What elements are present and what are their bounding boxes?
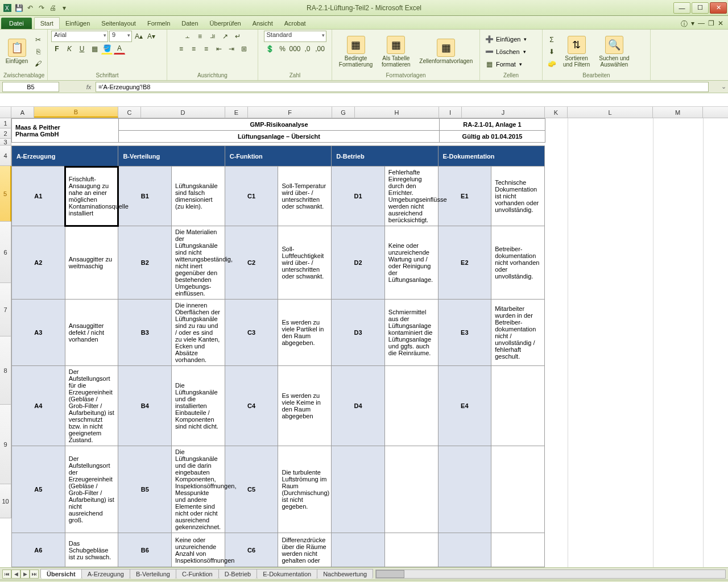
cell-styles-button[interactable]: ▦Zellenformatvorlagen xyxy=(416,38,476,65)
copy-icon[interactable]: ⎘ xyxy=(32,46,44,57)
bold-button[interactable]: F xyxy=(51,43,63,55)
number-format-combo[interactable]: Standard xyxy=(264,31,326,42)
worksheet-grid[interactable]: ABCDEFGHIJKLM 12345678910 Maas & Peither… xyxy=(0,107,728,567)
align-left-icon[interactable]: ≡ xyxy=(176,43,187,55)
col-header-J[interactable]: J xyxy=(462,107,545,118)
wb-minimize-icon[interactable]: — xyxy=(698,19,705,29)
tab-formeln[interactable]: Formeln xyxy=(142,18,176,29)
format-as-table-button[interactable]: ▦Als Tabelle formatieren xyxy=(378,35,413,69)
row-header-5[interactable]: 5 xyxy=(0,166,11,222)
sheet-tab[interactable]: Nachbewertung xyxy=(317,569,373,579)
col-header-K[interactable]: K xyxy=(545,107,568,118)
autosum-icon[interactable]: Σ xyxy=(546,34,557,45)
shrink-font-icon[interactable]: A▾ xyxy=(146,31,157,42)
name-box[interactable]: B5 xyxy=(2,82,59,92)
tab-start[interactable]: Start xyxy=(34,17,60,29)
tab-acrobat[interactable]: Acrobat xyxy=(279,18,312,29)
row-header-10[interactable]: 10 xyxy=(0,484,11,518)
row-header-4[interactable]: 4 xyxy=(0,146,11,166)
sheet-tab[interactable]: C-Funktion xyxy=(176,569,219,579)
wb-close-icon[interactable]: ✕ xyxy=(718,19,723,29)
col-header-B[interactable]: B xyxy=(34,107,118,118)
print-preview-icon[interactable]: 🖨 xyxy=(48,3,58,13)
sheet-tab[interactable]: B-Verteilung xyxy=(130,569,176,579)
qat-more-icon[interactable]: ▾ xyxy=(59,3,69,13)
tab-ansicht[interactable]: Ansicht xyxy=(247,18,279,29)
help-icon[interactable]: ⓘ xyxy=(681,19,688,29)
underline-button[interactable]: U xyxy=(76,43,88,55)
cut-icon[interactable]: ✂ xyxy=(32,34,44,45)
dec-decimal-icon[interactable]: ,00 xyxy=(315,43,326,55)
tab-nav-last-icon[interactable]: ⏭ xyxy=(30,569,39,579)
delete-cells-button[interactable]: ➖Löschen▾ xyxy=(483,46,527,57)
fill-icon[interactable]: ⬇ xyxy=(546,46,557,57)
align-right-icon[interactable]: ≡ xyxy=(201,43,212,55)
border-icon[interactable]: ▦ xyxy=(89,43,100,55)
indent-inc-icon[interactable]: ⇥ xyxy=(226,43,237,55)
row-header-9[interactable]: 9 xyxy=(0,405,11,484)
format-cells-button[interactable]: ▦Format▾ xyxy=(483,59,527,70)
file-tab[interactable]: Datei xyxy=(1,18,32,29)
paste-button[interactable]: 📋 Einfügen xyxy=(3,38,30,65)
sheet-tab[interactable]: D-Betrieb xyxy=(218,569,257,579)
wrap-text-icon[interactable]: ↵ xyxy=(232,31,243,42)
font-name-combo[interactable]: Arial xyxy=(51,31,108,42)
find-select-button[interactable]: 🔍Suchen und Auswählen xyxy=(595,35,632,69)
wb-restore-icon[interactable]: ❐ xyxy=(708,19,714,29)
col-header-E[interactable]: E xyxy=(225,107,248,118)
align-center-icon[interactable]: ≡ xyxy=(188,43,200,55)
col-header-D[interactable]: D xyxy=(141,107,225,118)
tab-daten[interactable]: Daten xyxy=(176,18,204,29)
tab-nav-prev-icon[interactable]: ◀ xyxy=(11,569,20,579)
horizontal-scrollbar[interactable] xyxy=(375,569,726,579)
percent-icon[interactable]: % xyxy=(277,43,288,55)
sort-filter-button[interactable]: ⇅Sortieren und Filtern xyxy=(560,35,593,69)
align-top-icon[interactable]: ⫠ xyxy=(182,31,193,42)
save-icon[interactable]: 💾 xyxy=(14,3,24,13)
tab-seitenlayout[interactable]: Seitenlayout xyxy=(96,18,142,29)
undo-icon[interactable]: ↶ xyxy=(25,3,35,13)
font-color-icon[interactable]: A xyxy=(114,43,125,55)
redo-icon[interactable]: ↷ xyxy=(36,3,47,13)
align-bottom-icon[interactable]: ⫡ xyxy=(207,31,218,42)
orientation-icon[interactable]: ↗ xyxy=(220,31,231,42)
sheet-tab[interactable]: Übersicht xyxy=(40,569,82,579)
conditional-format-button[interactable]: ▦Bedingte Formatierung xyxy=(336,35,376,69)
row-header-7[interactable]: 7 xyxy=(0,283,11,336)
fill-color-icon[interactable]: 🪣 xyxy=(101,43,113,55)
fx-icon[interactable]: fx xyxy=(82,84,96,90)
col-header-H[interactable]: H xyxy=(355,107,439,118)
thousands-icon[interactable]: 000 xyxy=(289,43,301,55)
align-middle-icon[interactable]: ≡ xyxy=(195,31,206,42)
insert-cells-button[interactable]: ➕Einfügen▾ xyxy=(483,34,527,45)
formula-bar[interactable]: ='A-Erzeugung'!B8 xyxy=(96,82,709,92)
tab-einfuegen[interactable]: Einfügen xyxy=(60,18,96,29)
sheet-tab[interactable]: A-Erzeugung xyxy=(81,569,130,579)
indent-dec-icon[interactable]: ⇤ xyxy=(213,43,225,55)
col-header-F[interactable]: F xyxy=(248,107,332,118)
minimize-button[interactable]: — xyxy=(673,2,690,14)
sheet-tab[interactable]: E-Dokumentation xyxy=(257,569,317,579)
merge-icon[interactable]: ⊞ xyxy=(238,43,250,55)
col-header-G[interactable]: G xyxy=(332,107,355,118)
row-header-1[interactable]: 1 xyxy=(0,118,11,128)
italic-button[interactable]: K xyxy=(64,43,75,55)
tab-nav-next-icon[interactable]: ▶ xyxy=(20,569,30,579)
select-all-corner[interactable] xyxy=(0,107,11,118)
expand-formula-bar-icon[interactable]: ⌄ xyxy=(719,83,728,90)
format-painter-icon[interactable]: 🖌 xyxy=(32,58,44,69)
row-header-2[interactable]: 2 xyxy=(0,128,11,139)
col-header-L[interactable]: L xyxy=(568,107,653,118)
col-header-C[interactable]: C xyxy=(118,107,141,118)
row-header-3[interactable]: 3 xyxy=(0,139,11,146)
tab-nav-first-icon[interactable]: ⏮ xyxy=(2,569,11,579)
grow-font-icon[interactable]: A▴ xyxy=(133,31,144,42)
col-header-I[interactable]: I xyxy=(439,107,462,118)
tab-ueberpruefen[interactable]: Überprüfen xyxy=(204,18,247,29)
close-button[interactable]: ✕ xyxy=(710,2,727,14)
maximize-button[interactable]: ☐ xyxy=(692,2,709,14)
excel-icon[interactable]: X xyxy=(2,3,13,13)
currency-icon[interactable]: 💲 xyxy=(264,43,276,55)
inc-decimal-icon[interactable]: ,0 xyxy=(302,43,313,55)
col-header-M[interactable]: M xyxy=(653,107,703,118)
